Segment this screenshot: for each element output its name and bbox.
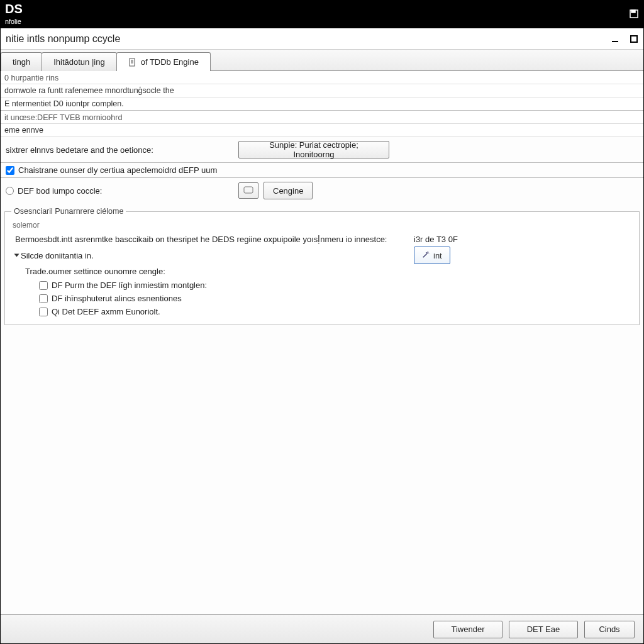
engine-button-label: Cengine [273, 186, 303, 196]
trace-opt3-label: Qi Det DEEF axmm Eunoriolt. [52, 307, 160, 316]
disclosure-toggle[interactable]: Silcde doniitantia in. [11, 248, 401, 263]
app-brand: DS nfolie [5, 2, 23, 26]
readout-value: i3r de T3 0F [414, 235, 458, 244]
brand-text: DS [5, 2, 23, 16]
trace-opt3-checkbox[interactable] [39, 308, 48, 316]
save-icon[interactable] [629, 9, 639, 19]
trace-header: Trade.oumer settince ounomre cengle: [25, 264, 633, 279]
app-titlebar: DS nfolie [0, 0, 644, 28]
panel-body: 0 hurpantie rins dornwole ra funtt rafen… [1, 71, 643, 614]
specimen-checkbox[interactable] [6, 166, 14, 175]
footer-btn-2[interactable]: DET Eae [509, 621, 578, 638]
tab-engine[interactable]: of TDDb Engine [116, 52, 211, 71]
tab-label: tingh [13, 57, 30, 67]
tab-settings[interactable]: tingh [1, 52, 42, 71]
monitoring-select-button[interactable]: Sunpie: Puriat cectropie; Inonitoorng [238, 141, 389, 158]
specimen-check-row: Chaistrane ounser dly certiua apecIemoid… [1, 163, 643, 177]
footer-btn-3[interactable]: Cinds [584, 621, 635, 638]
tab-label: Ihitādotun |ing [53, 57, 104, 67]
brand-sub: nfolie [5, 18, 21, 25]
window-titlebar: nitie intls nonpump ccycle [1, 28, 643, 50]
section-1-line1: dornwole ra funtt rafenemee mnordtunģsoc… [1, 84, 643, 97]
trace-opt1-label: DF Purm the DEF līgh inmiestim montglen: [52, 280, 207, 290]
init-button[interactable]: int [414, 247, 450, 264]
document-icon [128, 58, 137, 67]
main-window: nitie intls nonpump ccycle tingh Ihitādo… [0, 28, 644, 644]
trace-opt-row: DF ihīnsphuterut alincs esnentiones [39, 292, 633, 305]
maximize-button[interactable] [630, 35, 638, 43]
pump-cycle-radio[interactable] [6, 187, 14, 195]
footer-btn-1-label: Tiwender [452, 625, 485, 634]
tab-bar: tingh Ihitādotun |ing of TDDb Engine [1, 50, 643, 71]
section-2-sub: eme ennve [1, 124, 643, 137]
svg-point-9 [428, 252, 429, 253]
trace-opt2-checkbox[interactable] [39, 294, 48, 303]
svg-rect-4 [130, 58, 135, 66]
init-button-label: int [433, 251, 442, 260]
svg-rect-3 [631, 36, 637, 42]
section-1-header: 0 hurpantie rins [1, 71, 643, 84]
parameters-group: Osesnciaril Punarnrere ciélome solemor B… [4, 207, 640, 325]
footer-btn-2-label: DET Eae [527, 625, 560, 634]
monitoring-row: sixtrer elnnvs bedetare and the oetionce… [1, 137, 643, 162]
chevron-down-icon [14, 254, 19, 257]
minimize-button[interactable] [611, 35, 619, 43]
footer-btn-1[interactable]: Tiwender [433, 621, 502, 638]
parameters-subhead: solemor [11, 219, 633, 232]
pump-cycle-row: DEF bod iumpo coccle: Cengine [1, 178, 643, 203]
trace-opt-row: DF Purm the DEF līgh inmiestim montglen: [39, 279, 633, 292]
disclosure-label: Silcde doniitantia in. [21, 251, 94, 260]
section-1-line2: E ntermentiet D0 iuontpr complen. [1, 97, 643, 110]
tab-initiation[interactable]: Ihitādotun |ing [42, 52, 116, 71]
preview-button[interactable] [238, 182, 258, 199]
trace-options: Trade.oumer settince ounomre cengle: DF … [11, 264, 633, 318]
pump-cycle-label: DEF bod iumpo coccle: [18, 186, 102, 196]
specimen-check-label: Chaistrane ounser dly certiua apecIemoid… [18, 165, 217, 175]
section-2-header: it unœse:DEFF TVEB mornioohrd [1, 111, 643, 124]
trace-opt1-checkbox[interactable] [39, 281, 48, 290]
footer-btn-3-label: Cinds [599, 625, 619, 634]
trace-opt-row: Qi Det DEEF axmm Eunoriolt. [39, 305, 633, 318]
parameters-legend: Osesnciaril Punarnrere ciélome [11, 207, 126, 216]
svg-rect-8 [244, 187, 253, 193]
parameters-desc: Bermoesbdt.intt asrenmtke basccikaib on … [11, 232, 401, 247]
trace-opt2-label: DF ihīnsphuterut alincs esnentiones [52, 294, 182, 303]
tab-label: of TDDb Engine [141, 57, 199, 67]
monitoring-select-label: Sunpie: Puriat cectropie; Inonitoorng [248, 140, 380, 159]
preview-icon [243, 186, 253, 196]
window-controls [611, 35, 638, 43]
wand-icon [422, 251, 430, 260]
svg-rect-1 [631, 10, 635, 13]
engine-button[interactable]: Cengine [264, 182, 313, 199]
window-title: nitie intls nonpump ccycle [6, 33, 120, 45]
dialog-footer: Tiwender DET Eae Cinds [1, 614, 643, 643]
monitoring-label: sixtrer elnnvs bedetare and the oetionce… [6, 145, 232, 155]
